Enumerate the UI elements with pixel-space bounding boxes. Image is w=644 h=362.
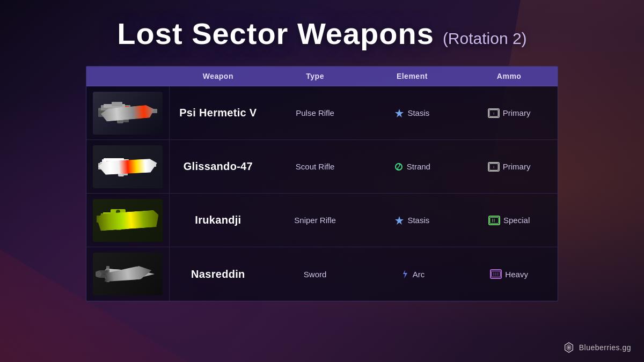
svg-rect-8 bbox=[123, 115, 129, 122]
svg-rect-16 bbox=[98, 163, 105, 169]
col-type: Type bbox=[267, 67, 364, 86]
title-block: Lost Sector Weapons (Rotation 2) bbox=[117, 16, 526, 51]
weapon-name-glissando: Glissando-47 bbox=[170, 154, 267, 179]
weapon-type-glissando: Scout Rifle bbox=[267, 156, 364, 178]
weapon-icon-nasreddin bbox=[86, 247, 170, 301]
weapon-type-psi: Pulse Rifle bbox=[267, 102, 364, 124]
col-element: Element bbox=[364, 67, 461, 86]
page-subtitle: (Rotation 2) bbox=[443, 29, 527, 48]
svg-rect-25 bbox=[101, 213, 136, 219]
weapon-image-nasreddin bbox=[93, 253, 163, 295]
svg-rect-18 bbox=[106, 161, 122, 164]
weapon-icon-glissando bbox=[86, 140, 170, 193]
svg-rect-20 bbox=[122, 168, 128, 175]
table-row: Glissando-47 Scout Rifle Strand i bbox=[86, 140, 558, 194]
element-name-irukandji: Stasis bbox=[407, 216, 429, 225]
svg-rect-3 bbox=[144, 109, 157, 113]
weapon-ammo-nasreddin: Heavy bbox=[460, 263, 558, 285]
stasis-icon bbox=[394, 108, 404, 118]
weapon-ammo-irukandji: Special bbox=[460, 209, 558, 232]
weapon-element-psi: Stasis bbox=[364, 102, 461, 124]
ammo-label-psi: Primary bbox=[503, 108, 531, 117]
svg-marker-34 bbox=[395, 216, 404, 225]
svg-rect-32 bbox=[127, 215, 132, 217]
ammo-label-glissando: Primary bbox=[503, 162, 531, 171]
weapon-element-irukandji: Stasis bbox=[364, 209, 461, 232]
ammo-icon-primary-1: i bbox=[488, 108, 500, 118]
weapon-name-psi: Psi Hermetic V bbox=[170, 100, 267, 125]
ammo-icon-heavy bbox=[490, 269, 502, 279]
svg-rect-33 bbox=[120, 221, 125, 230]
col-ammo: Ammo bbox=[460, 67, 558, 86]
weapon-element-nasreddin: Arc bbox=[364, 263, 461, 285]
ammo-label-irukandji: Special bbox=[503, 216, 530, 225]
branding: Blueberries.gg bbox=[563, 342, 631, 353]
weapon-ammo-glissando: i Primary bbox=[460, 156, 558, 178]
svg-marker-40 bbox=[144, 271, 155, 277]
svg-rect-14 bbox=[104, 158, 124, 162]
page-title: Lost Sector Weapons bbox=[117, 16, 434, 51]
element-name-glissando: Strand bbox=[407, 162, 430, 171]
weapon-art-nasreddin bbox=[96, 255, 160, 293]
brand-text: Blueberries.gg bbox=[579, 343, 631, 352]
svg-rect-7 bbox=[125, 106, 129, 108]
svg-rect-24 bbox=[98, 216, 155, 223]
weapon-name-irukandji: Irukandji bbox=[170, 208, 267, 233]
element-name-nasreddin: Arc bbox=[413, 270, 425, 279]
arc-icon bbox=[400, 269, 409, 279]
table-header: Weapon Type Element Ammo bbox=[86, 67, 558, 86]
weapon-element-glissando: Strand bbox=[364, 156, 461, 178]
svg-marker-45 bbox=[403, 270, 407, 278]
weapon-icon-irukandji bbox=[86, 194, 170, 247]
weapon-art-psi bbox=[96, 94, 160, 132]
weapon-ammo-psi: i Primary bbox=[460, 102, 558, 124]
weapon-image-irukandji bbox=[93, 199, 163, 242]
svg-rect-15 bbox=[141, 163, 156, 167]
svg-rect-19 bbox=[122, 161, 130, 164]
svg-text:i: i bbox=[493, 110, 494, 115]
svg-marker-9 bbox=[395, 109, 404, 117]
element-name-psi: Stasis bbox=[407, 108, 429, 117]
svg-rect-29 bbox=[116, 221, 121, 230]
table-row: Psi Hermetic V Pulse Rifle Stasis i Pri bbox=[86, 86, 558, 140]
svg-rect-5 bbox=[117, 115, 123, 123]
main-content: Lost Sector Weapons (Rotation 2) Weapon … bbox=[0, 0, 644, 362]
ammo-label-nasreddin: Heavy bbox=[505, 270, 528, 279]
ammo-icon-special bbox=[488, 216, 500, 225]
weapon-art-irukandji bbox=[96, 202, 160, 239]
table-row: Irukandji Sniper Rifle Stasis bbox=[86, 194, 558, 247]
weapon-art-glissando bbox=[96, 148, 160, 186]
col-icon bbox=[86, 67, 170, 86]
weapon-image-glissando bbox=[93, 145, 163, 188]
svg-text:i: i bbox=[493, 164, 494, 169]
svg-rect-12 bbox=[100, 162, 143, 169]
strand-icon bbox=[394, 162, 404, 172]
weapon-name-nasreddin: Nasreddin bbox=[170, 262, 267, 287]
svg-rect-28 bbox=[97, 216, 102, 223]
ammo-icon-primary-2: i bbox=[488, 162, 500, 172]
svg-rect-41 bbox=[106, 266, 109, 282]
stasis-icon-2 bbox=[394, 216, 404, 225]
svg-rect-26 bbox=[103, 212, 130, 216]
col-weapon: Weapon bbox=[170, 67, 267, 86]
brand-logo-icon bbox=[563, 342, 575, 353]
weapon-icon-psi bbox=[86, 86, 170, 139]
svg-point-31 bbox=[116, 210, 120, 214]
table-row: Nasreddin Sword Arc bbox=[86, 247, 558, 301]
weapon-type-irukandji: Sniper Rifle bbox=[267, 209, 364, 231]
svg-rect-27 bbox=[133, 217, 156, 220]
svg-rect-6 bbox=[112, 102, 122, 106]
svg-rect-4 bbox=[98, 110, 106, 117]
weapon-image-psi bbox=[93, 92, 163, 135]
weapons-table: Weapon Type Element Ammo bbox=[86, 66, 558, 301]
weapon-type-nasreddin: Sword bbox=[267, 263, 364, 285]
